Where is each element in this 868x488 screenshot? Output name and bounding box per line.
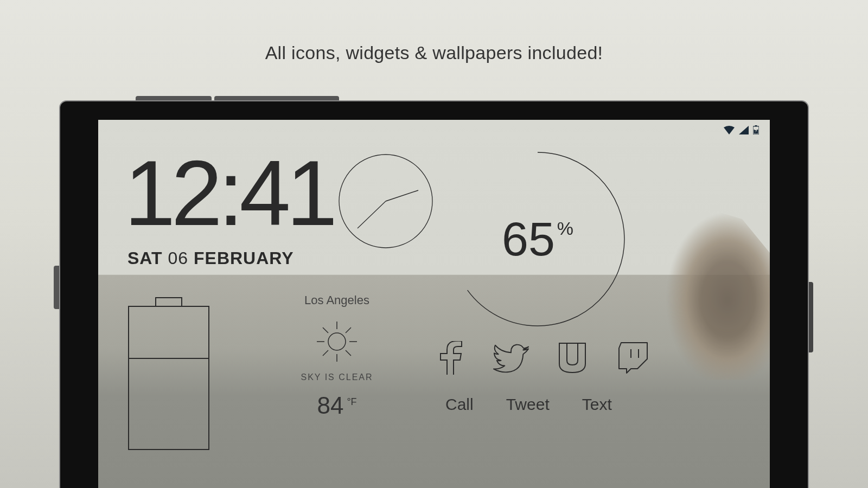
svg-rect-1 [755,125,757,126]
clock-date-num: 06 [168,248,189,268]
svg-line-16 [346,350,351,356]
uber-icon[interactable] [554,341,591,375]
analog-clock-icon [337,152,435,250]
svg-line-4 [386,190,418,201]
sun-icon [314,318,360,365]
clock-month: FEBRUARY [194,248,294,268]
svg-line-17 [323,350,328,356]
weather-city: Los Angeles [266,293,407,307]
twitter-icon[interactable] [493,341,529,375]
cell-signal-icon [739,126,749,134]
weather-condition: SKY IS CLEAR [266,373,407,382]
battery-percent-unit: % [557,218,573,239]
clock-day: SAT [127,248,163,268]
shortcut-row: Call Tweet Text [445,395,612,414]
home-screen[interactable]: 12:41 SAT 06 FEBRUARY 6 [98,120,770,488]
status-bar [724,125,759,134]
wifi-icon [724,126,735,134]
shortcut-call[interactable]: Call [445,395,474,414]
battery-icon [125,297,212,454]
tablet-side-nub [54,266,59,309]
svg-line-5 [358,201,386,228]
weather-temp: 84°F [266,392,407,419]
tablet-volume-rocker [214,96,339,100]
shortcut-tweet[interactable]: Tweet [506,395,550,414]
tablet-power-button [136,96,212,100]
battery-percent-value: 65 [502,211,555,267]
battery-widget[interactable] [125,297,212,456]
promo-headline: All icons, widgets & wallpapers included… [0,42,868,63]
battery-ring-label: 65% [445,147,630,331]
clock-time[interactable]: 12:41 [124,147,333,239]
svg-line-18 [346,328,351,333]
analog-clock-widget[interactable] [337,152,435,250]
battery-charge-icon [753,125,759,134]
weather-temp-unit: °F [347,396,356,407]
wallpaper-rock [640,201,770,380]
app-icon-row [431,341,652,375]
svg-rect-7 [156,298,182,306]
weather-temp-value: 84 [317,392,343,419]
svg-point-10 [328,333,346,350]
shortcut-text[interactable]: Text [582,395,612,414]
svg-line-15 [323,328,328,333]
facebook-icon[interactable] [431,341,468,375]
clock-date[interactable]: SAT 06 FEBRUARY [127,248,294,268]
weather-widget[interactable]: Los Angeles [266,293,407,419]
twitch-icon[interactable] [615,341,652,375]
tablet-frame: 12:41 SAT 06 FEBRUARY 6 [59,100,809,488]
svg-rect-8 [129,306,209,450]
